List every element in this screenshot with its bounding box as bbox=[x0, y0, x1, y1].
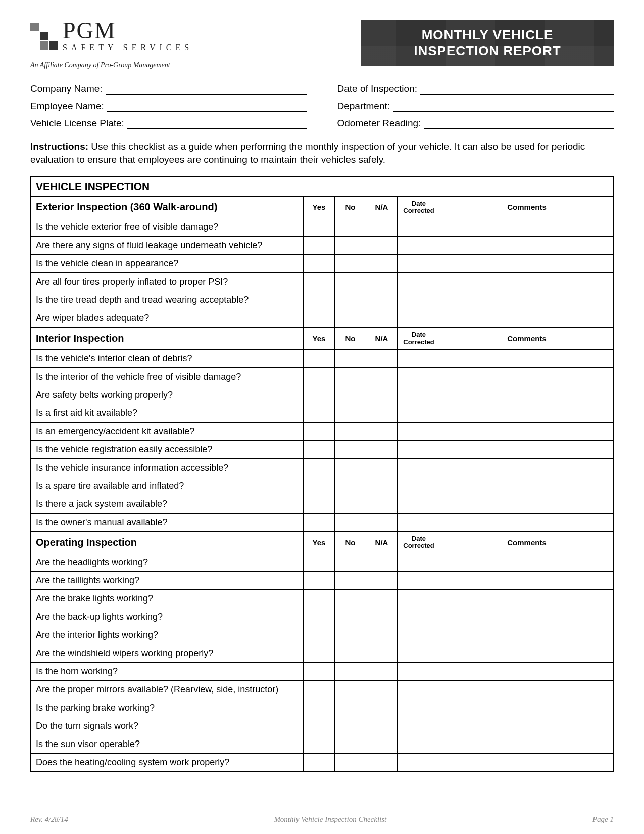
date-corrected-cell[interactable] bbox=[398, 572, 440, 590]
date-corrected-cell[interactable] bbox=[398, 699, 440, 717]
na-cell[interactable] bbox=[366, 553, 398, 572]
no-cell[interactable] bbox=[335, 458, 366, 477]
date-corrected-cell[interactable] bbox=[398, 717, 440, 735]
date-corrected-cell[interactable] bbox=[398, 608, 440, 626]
comments-cell[interactable] bbox=[440, 590, 614, 608]
no-cell[interactable] bbox=[335, 754, 366, 772]
na-cell[interactable] bbox=[366, 608, 398, 626]
no-cell[interactable] bbox=[335, 422, 366, 440]
no-cell[interactable] bbox=[335, 663, 366, 681]
comments-cell[interactable] bbox=[440, 681, 614, 699]
no-cell[interactable] bbox=[335, 349, 366, 367]
na-cell[interactable] bbox=[366, 477, 398, 495]
date-corrected-cell[interactable] bbox=[398, 386, 440, 404]
no-cell[interactable] bbox=[335, 386, 366, 404]
no-cell[interactable] bbox=[335, 477, 366, 495]
yes-cell[interactable] bbox=[304, 255, 335, 273]
yes-cell[interactable] bbox=[304, 440, 335, 458]
no-cell[interactable] bbox=[335, 309, 366, 328]
comments-cell[interactable] bbox=[440, 309, 614, 328]
na-cell[interactable] bbox=[366, 717, 398, 735]
yes-cell[interactable] bbox=[304, 237, 335, 255]
yes-cell[interactable] bbox=[304, 309, 335, 328]
comments-cell[interactable] bbox=[440, 608, 614, 626]
yes-cell[interactable] bbox=[304, 422, 335, 440]
date-corrected-cell[interactable] bbox=[398, 477, 440, 495]
no-cell[interactable] bbox=[335, 404, 366, 422]
yes-cell[interactable] bbox=[304, 681, 335, 699]
yes-cell[interactable] bbox=[304, 735, 335, 754]
na-cell[interactable] bbox=[366, 367, 398, 386]
yes-cell[interactable] bbox=[304, 553, 335, 572]
yes-cell[interactable] bbox=[304, 495, 335, 513]
comments-cell[interactable] bbox=[440, 458, 614, 477]
date-corrected-cell[interactable] bbox=[398, 237, 440, 255]
no-cell[interactable] bbox=[335, 681, 366, 699]
na-cell[interactable] bbox=[366, 440, 398, 458]
na-cell[interactable] bbox=[366, 663, 398, 681]
no-cell[interactable] bbox=[335, 513, 366, 531]
comments-cell[interactable] bbox=[440, 422, 614, 440]
comments-cell[interactable] bbox=[440, 218, 614, 237]
no-cell[interactable] bbox=[335, 291, 366, 309]
na-cell[interactable] bbox=[366, 273, 398, 291]
date-corrected-cell[interactable] bbox=[398, 458, 440, 477]
odometer-field[interactable]: Odometer Reading: bbox=[337, 118, 614, 129]
date-corrected-cell[interactable] bbox=[398, 626, 440, 644]
date-corrected-cell[interactable] bbox=[398, 735, 440, 754]
date-corrected-cell[interactable] bbox=[398, 255, 440, 273]
yes-cell[interactable] bbox=[304, 349, 335, 367]
comments-cell[interactable] bbox=[440, 477, 614, 495]
date-corrected-cell[interactable] bbox=[398, 663, 440, 681]
date-corrected-cell[interactable] bbox=[398, 644, 440, 663]
employee-name-field[interactable]: Employee Name: bbox=[30, 101, 307, 112]
date-inspection-field[interactable]: Date of Inspection: bbox=[337, 83, 614, 95]
no-cell[interactable] bbox=[335, 626, 366, 644]
yes-cell[interactable] bbox=[304, 717, 335, 735]
yes-cell[interactable] bbox=[304, 404, 335, 422]
yes-cell[interactable] bbox=[304, 626, 335, 644]
date-corrected-cell[interactable] bbox=[398, 440, 440, 458]
date-corrected-cell[interactable] bbox=[398, 513, 440, 531]
date-corrected-cell[interactable] bbox=[398, 590, 440, 608]
na-cell[interactable] bbox=[366, 681, 398, 699]
date-corrected-cell[interactable] bbox=[398, 681, 440, 699]
yes-cell[interactable] bbox=[304, 477, 335, 495]
license-plate-field[interactable]: Vehicle License Plate: bbox=[30, 118, 307, 129]
department-field[interactable]: Department: bbox=[337, 101, 614, 112]
no-cell[interactable] bbox=[335, 608, 366, 626]
comments-cell[interactable] bbox=[440, 572, 614, 590]
comments-cell[interactable] bbox=[440, 735, 614, 754]
na-cell[interactable] bbox=[366, 255, 398, 273]
yes-cell[interactable] bbox=[304, 608, 335, 626]
na-cell[interactable] bbox=[366, 386, 398, 404]
yes-cell[interactable] bbox=[304, 218, 335, 237]
no-cell[interactable] bbox=[335, 367, 366, 386]
comments-cell[interactable] bbox=[440, 386, 614, 404]
yes-cell[interactable] bbox=[304, 291, 335, 309]
na-cell[interactable] bbox=[366, 422, 398, 440]
comments-cell[interactable] bbox=[440, 367, 614, 386]
comments-cell[interactable] bbox=[440, 495, 614, 513]
comments-cell[interactable] bbox=[440, 255, 614, 273]
yes-cell[interactable] bbox=[304, 644, 335, 663]
na-cell[interactable] bbox=[366, 349, 398, 367]
comments-cell[interactable] bbox=[440, 291, 614, 309]
na-cell[interactable] bbox=[366, 699, 398, 717]
date-corrected-cell[interactable] bbox=[398, 404, 440, 422]
na-cell[interactable] bbox=[366, 218, 398, 237]
comments-cell[interactable] bbox=[440, 237, 614, 255]
comments-cell[interactable] bbox=[440, 663, 614, 681]
na-cell[interactable] bbox=[366, 572, 398, 590]
yes-cell[interactable] bbox=[304, 590, 335, 608]
comments-cell[interactable] bbox=[440, 440, 614, 458]
no-cell[interactable] bbox=[335, 644, 366, 663]
no-cell[interactable] bbox=[335, 273, 366, 291]
na-cell[interactable] bbox=[366, 291, 398, 309]
no-cell[interactable] bbox=[335, 572, 366, 590]
yes-cell[interactable] bbox=[304, 458, 335, 477]
yes-cell[interactable] bbox=[304, 513, 335, 531]
date-corrected-cell[interactable] bbox=[398, 218, 440, 237]
na-cell[interactable] bbox=[366, 495, 398, 513]
date-corrected-cell[interactable] bbox=[398, 422, 440, 440]
